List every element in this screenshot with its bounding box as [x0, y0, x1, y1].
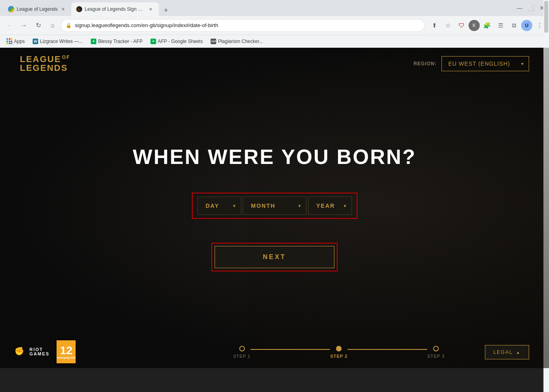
step-1-dot [239, 346, 245, 351]
month-select-wrapper: MONTH [243, 197, 307, 215]
apps-label: Apps [14, 39, 25, 44]
bookmark-blessy[interactable]: + Blessy Tracker - AFP [88, 37, 146, 46]
extensions-icon[interactable]: 🧩 [481, 19, 493, 32]
browser-frame: League of Legends ✕ L League of Legends … [0, 0, 549, 48]
step-line-1 [250, 349, 330, 350]
riot-icon-svg: ✊ [12, 345, 26, 359]
step-1-label: STEP 1 [233, 354, 251, 359]
svg-text:✊: ✊ [14, 346, 24, 356]
tab-title-1: League of Legends [17, 6, 58, 12]
plus-icon-1: + [91, 39, 96, 44]
apps-grid-icon [6, 38, 12, 44]
bookmarks-bar: Apps W Lizgrace Writes —... + Blessy Tra… [0, 35, 549, 48]
bookmark-apps[interactable]: Apps [3, 37, 28, 46]
riot-logo-icon: ✊ [12, 345, 26, 359]
tab-favicon-1 [8, 6, 14, 12]
logo-bottom-text: LEGENDS [20, 64, 70, 72]
day-select-wrapper: DAY [197, 197, 241, 215]
tabs-area: League of Legends ✕ L League of Legends … [3, 0, 512, 16]
logo-top-text: LEAGUEOF [20, 55, 70, 64]
riot-footer: ✊ RIOT GAMES 12 www.pegi.info [12, 339, 76, 364]
month-select[interactable]: MONTH [243, 197, 307, 215]
home-button[interactable]: ⌂ [46, 19, 59, 32]
user-avatar[interactable]: U [521, 20, 532, 31]
bookmark-lizgrace[interactable]: W Lizgrace Writes —... [29, 37, 86, 46]
legal-arrow-icon: ▲ [516, 350, 521, 355]
lock-icon: 🔒 [66, 23, 72, 28]
tab-lol-signup[interactable]: L League of Legends Sign Up | EU ✕ [71, 2, 159, 16]
new-tab-button[interactable]: + [160, 5, 172, 16]
pegi-badge: 12 www.pegi.info [56, 339, 76, 364]
bookmark-afp[interactable]: + AFP - Google Sheets [147, 37, 206, 46]
profile-icon[interactable]: K [469, 20, 480, 31]
tab-close-2[interactable]: ✕ [148, 6, 154, 12]
bookmark-plagiarism[interactable]: sst Plagiarism Checker... [207, 37, 266, 46]
tab-favicon-2: L [76, 6, 82, 12]
step-3-dot [433, 346, 439, 351]
next-button-wrapper: NEXT [211, 243, 338, 271]
plagiarism-label: Plagiarism Checker... [218, 39, 263, 44]
address-bar: ← → ↻ ⌂ 🔒 signup.leagueoflegends.com/en-… [0, 16, 549, 35]
lol-signup-page: LEAGUEOF LEGENDS REGION: EU WEST (ENGLIS… [0, 48, 549, 368]
window-controls: — ⬜ ✕ [516, 4, 546, 12]
page-header: LEAGUEOF LEGENDS REGION: EU WEST (ENGLIS… [0, 48, 549, 80]
tab-lol-1[interactable]: League of Legends ✕ [3, 2, 71, 16]
bookmark-icon[interactable]: ☆ [442, 19, 454, 32]
riot-name-bottom: GAMES [29, 352, 49, 356]
next-button[interactable]: NEXT [215, 246, 334, 268]
lizgrace-label: Lizgrace Writes —... [40, 39, 83, 44]
legal-label: LEGAL [493, 349, 513, 355]
wordpress-icon: W [33, 39, 38, 44]
page-main: WHEN WERE YOU BORN? DAY MONTH YEAR NEXT [0, 80, 549, 336]
lol-logo: LEAGUEOF LEGENDS [20, 55, 70, 72]
tab-title-2: League of Legends Sign Up | EU [85, 6, 145, 12]
forward-button[interactable]: → [18, 19, 30, 32]
day-select[interactable]: DAY [197, 197, 241, 215]
legal-button[interactable]: LEGAL ▲ [485, 345, 529, 359]
step-2-label: STEP 2 [330, 354, 348, 359]
year-select-wrapper: YEAR [308, 197, 352, 215]
step-2-dot [336, 346, 342, 351]
url-bar[interactable]: 🔒 signup.leagueoflegends.com/en-gb/signu… [61, 19, 425, 32]
region-selector: REGION: EU WEST (ENGLISH) [414, 56, 529, 71]
page-footer: STEP 1 STEP 2 STEP 3 LEGAL ▲ [0, 336, 549, 368]
steps-container: STEP 1 STEP 2 STEP 3 [232, 346, 445, 359]
url-text: signup.leagueoflegends.com/en-gb/signup/… [75, 22, 420, 28]
main-title: WHEN WERE YOU BORN? [133, 145, 416, 169]
step-3-label: STEP 3 [427, 354, 445, 359]
reload-button[interactable]: ↻ [32, 19, 45, 32]
pegi-number: 12 [60, 345, 72, 356]
region-dropdown[interactable]: EU WEST (ENGLISH) [442, 56, 529, 71]
afp-label: AFP - Google Sheets [158, 39, 203, 44]
step-3-item: STEP 3 [427, 346, 445, 359]
split-view-icon[interactable]: ⧉ [508, 19, 520, 32]
toolbar-icons: ⬆ ☆ 🛡 K 🧩 ☰ ⧉ U ⋮ [428, 19, 546, 32]
pegi-sub: www.pegi.info [57, 356, 76, 359]
region-dropdown-wrapper: EU WEST (ENGLISH) [442, 56, 529, 71]
year-select[interactable]: YEAR [308, 197, 352, 215]
share-icon[interactable]: ⬆ [428, 19, 441, 32]
back-button[interactable]: ← [3, 19, 16, 32]
step-2-item: STEP 2 [330, 346, 348, 359]
shield-icon[interactable]: 🛡 [455, 19, 468, 32]
plus-icon-2: + [150, 39, 156, 44]
title-bar: League of Legends ✕ L League of Legends … [0, 0, 549, 16]
blessy-label: Blessy Tracker - AFP [98, 39, 143, 44]
minimize-button[interactable]: — [516, 4, 524, 12]
date-picker-wrapper: DAY MONTH YEAR [192, 193, 358, 219]
scrollbar-thumb[interactable] [544, 1, 548, 33]
tab-close-1[interactable]: ✕ [60, 6, 66, 12]
riot-text: RIOT GAMES [29, 347, 49, 356]
region-label: REGION: [414, 61, 437, 66]
step-line-2 [348, 349, 427, 350]
sst-icon: sst [211, 39, 216, 44]
reading-list-icon[interactable]: ☰ [494, 19, 507, 32]
riot-logo: ✊ RIOT GAMES [12, 345, 49, 359]
maximize-button[interactable]: ⬜ [527, 4, 535, 12]
step-1-item: STEP 1 [233, 346, 251, 359]
